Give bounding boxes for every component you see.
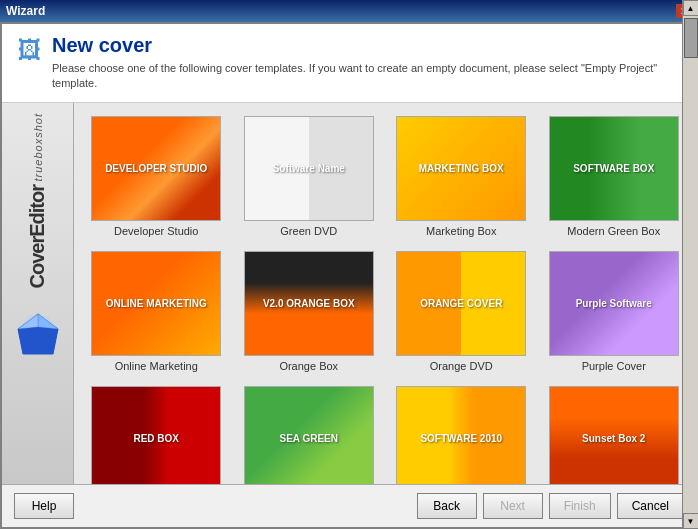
template-item-developer-studio[interactable]: DEVELOPER STUDIODeveloper Studio [82, 111, 231, 242]
dialog-content: trueboxshot CoverEditor DEVELOPER STUDIO… [2, 103, 696, 484]
template-label-marketing-box: Marketing Box [426, 225, 496, 237]
template-thumb-green-dvd: Software Name [244, 116, 374, 221]
template-thumb-online-marketing: ONLINE MARKETING [91, 251, 221, 356]
cancel-button[interactable]: Cancel [617, 493, 684, 519]
template-thumb-marketing-box: MARKETING BOX [396, 116, 526, 221]
template-thumb-sea-green: SEA GREEN [244, 386, 374, 484]
template-thumb-software-2010: SOFTWARE 2010 [396, 386, 526, 484]
header-text: New cover Please choose one of the follo… [52, 34, 680, 92]
title-bar-text: Wizard [6, 4, 45, 18]
dialog-title: New cover [52, 34, 680, 57]
template-thumb-orange-dvd: ORANGE COVER [396, 251, 526, 356]
template-item-red-box[interactable]: RED BOXRed Box [82, 381, 231, 484]
template-item-sea-green[interactable]: SEA GREENSea Green [235, 381, 384, 484]
template-item-orange-box[interactable]: V2.0 ORANGE BOXOrange Box [235, 246, 384, 377]
template-item-online-marketing[interactable]: ONLINE MARKETINGOnline Marketing [82, 246, 231, 377]
template-item-orange-dvd[interactable]: ORANGE COVEROrange DVD [387, 246, 536, 377]
template-thumb-purple-cover: Purple Software [549, 251, 679, 356]
template-thumb-orange-box: V2.0 ORANGE BOX [244, 251, 374, 356]
template-label-developer-studio: Developer Studio [114, 225, 198, 237]
next-button[interactable]: Next [483, 493, 543, 519]
template-item-marketing-box[interactable]: MARKETING BOXMarketing Box [387, 111, 536, 242]
back-button[interactable]: Back [417, 493, 477, 519]
help-button[interactable]: Help [14, 493, 74, 519]
finish-button[interactable]: Finish [549, 493, 611, 519]
template-label-orange-box: Orange Box [279, 360, 338, 372]
sidebar-brand-bottom: CoverEditor [26, 185, 49, 288]
template-grid: DEVELOPER STUDIODeveloper StudioSoftware… [74, 103, 696, 484]
dialog-description: Please choose one of the following cover… [52, 61, 680, 92]
template-thumb-sunset-box: Sunset Box 2 [549, 386, 679, 484]
header-icon: 🖼 [18, 36, 42, 64]
svg-marker-3 [18, 327, 58, 354]
sidebar-brand-top: trueboxshot [32, 113, 44, 181]
sidebar: trueboxshot CoverEditor [2, 103, 74, 484]
template-thumb-developer-studio: DEVELOPER STUDIO [91, 116, 221, 221]
template-area: DEVELOPER STUDIODeveloper StudioSoftware… [74, 103, 696, 484]
template-item-green-dvd[interactable]: Software NameGreen DVD [235, 111, 384, 242]
template-item-purple-cover[interactable]: Purple SoftwarePurple Cover [540, 246, 689, 377]
wizard-dialog: 🖼 New cover Please choose one of the fol… [0, 22, 698, 529]
dialog-header: 🖼 New cover Please choose one of the fol… [2, 24, 696, 103]
template-thumb-red-box: RED BOX [91, 386, 221, 484]
gem-icon [13, 309, 63, 359]
title-bar: Wizard ✕ [0, 0, 698, 22]
template-thumb-modern-green-box: SOFTWARE BOX [549, 116, 679, 221]
template-label-orange-dvd: Orange DVD [430, 360, 493, 372]
template-item-software-2010[interactable]: SOFTWARE 2010Software 2010 [387, 381, 536, 484]
scrollbar[interactable]: ▲ ▼ [682, 103, 696, 484]
template-label-purple-cover: Purple Cover [582, 360, 646, 372]
template-label-online-marketing: Online Marketing [115, 360, 198, 372]
svg-marker-4 [18, 314, 58, 329]
template-label-green-dvd: Green DVD [280, 225, 337, 237]
template-label-modern-green-box: Modern Green Box [567, 225, 660, 237]
dialog-footer: Help Back Next Finish Cancel [2, 484, 696, 527]
template-item-modern-green-box[interactable]: SOFTWARE BOXModern Green Box [540, 111, 689, 242]
template-item-sunset-box[interactable]: Sunset Box 2Sunset Box 2 [540, 381, 689, 484]
